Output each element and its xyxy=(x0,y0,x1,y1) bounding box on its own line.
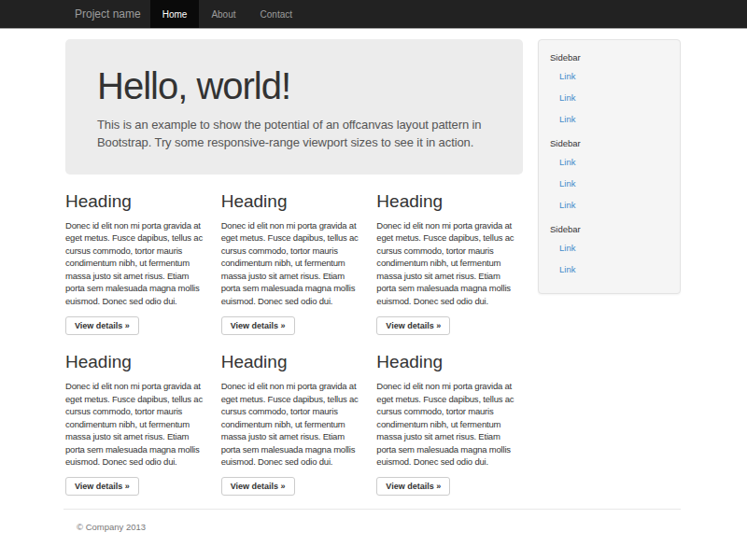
sidebar-link[interactable]: Link xyxy=(539,173,680,194)
footer: © Company 2013 xyxy=(56,509,691,532)
card-body: Donec id elit non mi porta gravida at eg… xyxy=(376,219,520,307)
navbar-menu: Home About Contact xyxy=(150,0,304,28)
card-body: Donec id elit non mi porta gravida at eg… xyxy=(221,219,365,307)
card-heading: Heading xyxy=(65,191,209,212)
card-body: Donec id elit non mi porta gravida at eg… xyxy=(221,380,365,468)
nav-item-home[interactable]: Home xyxy=(150,0,200,28)
card-heading: Heading xyxy=(221,191,365,212)
sidebar-link[interactable]: Link xyxy=(539,65,680,87)
navbar: Project name Home About Contact xyxy=(0,0,747,28)
card-heading: Heading xyxy=(65,352,209,372)
card-1: Heading Donec id elit non mi porta gravi… xyxy=(65,175,221,335)
nav-item-about[interactable]: About xyxy=(199,0,247,28)
view-details-button[interactable]: View details » xyxy=(65,316,139,335)
card-heading: Heading xyxy=(376,191,520,212)
sidebar-section-title: Sidebar xyxy=(539,44,680,65)
copyright-text: © Company 2013 xyxy=(77,522,691,532)
jumbotron-lead: This is an example to show the potential… xyxy=(97,117,493,152)
cards-row-2: Heading Donec id elit non mi porta gravi… xyxy=(56,335,532,496)
card-body: Donec id elit non mi porta gravida at eg… xyxy=(376,380,520,468)
card-3: Heading Donec id elit non mi porta gravi… xyxy=(376,175,532,335)
view-details-button[interactable]: View details » xyxy=(376,477,450,496)
page: Project name Home About Contact Hello, w… xyxy=(0,0,747,560)
sidebar-link[interactable]: Link xyxy=(539,237,680,259)
sidebar-section-title: Sidebar xyxy=(539,130,680,151)
sidebar-section-title: Sidebar xyxy=(539,216,680,237)
card-heading: Heading xyxy=(221,352,365,372)
sidebar-link[interactable]: Link xyxy=(539,194,680,216)
navbar-brand[interactable]: Project name xyxy=(56,0,150,28)
main-container: Hello, world! This is an example to show… xyxy=(56,28,691,532)
card-4: Heading Donec id elit non mi porta gravi… xyxy=(65,335,221,496)
page-title: Hello, world! xyxy=(97,65,493,107)
footer-divider xyxy=(63,509,681,510)
card-heading: Heading xyxy=(376,352,520,372)
card-body: Donec id elit non mi porta gravida at eg… xyxy=(65,380,209,468)
sidebar-panel: Sidebar Link Link Link Sidebar Link Link… xyxy=(538,39,681,294)
sidebar-link[interactable]: Link xyxy=(539,151,680,173)
content-row: Hello, world! This is an example to show… xyxy=(56,28,691,496)
card-body: Donec id elit non mi porta gravida at eg… xyxy=(65,219,209,307)
view-details-button[interactable]: View details » xyxy=(221,477,295,496)
nav-item-contact[interactable]: Contact xyxy=(248,0,304,28)
card-6: Heading Donec id elit non mi porta gravi… xyxy=(376,335,532,496)
sidebar-link[interactable]: Link xyxy=(539,259,680,280)
jumbotron: Hello, world! This is an example to show… xyxy=(65,39,523,175)
sidebar-link[interactable]: Link xyxy=(539,108,680,130)
card-5: Heading Donec id elit non mi porta gravi… xyxy=(221,335,377,496)
view-details-button[interactable]: View details » xyxy=(376,316,450,335)
sidebar-link[interactable]: Link xyxy=(539,87,680,108)
navbar-container: Project name Home About Contact xyxy=(56,0,691,28)
card-2: Heading Donec id elit non mi porta gravi… xyxy=(221,175,377,335)
view-details-button[interactable]: View details » xyxy=(65,477,139,496)
main-column: Hello, world! This is an example to show… xyxy=(56,28,532,496)
view-details-button[interactable]: View details » xyxy=(221,316,295,335)
cards-row-1: Heading Donec id elit non mi porta gravi… xyxy=(56,175,532,335)
sidebar-column: Sidebar Link Link Link Sidebar Link Link… xyxy=(532,28,691,294)
